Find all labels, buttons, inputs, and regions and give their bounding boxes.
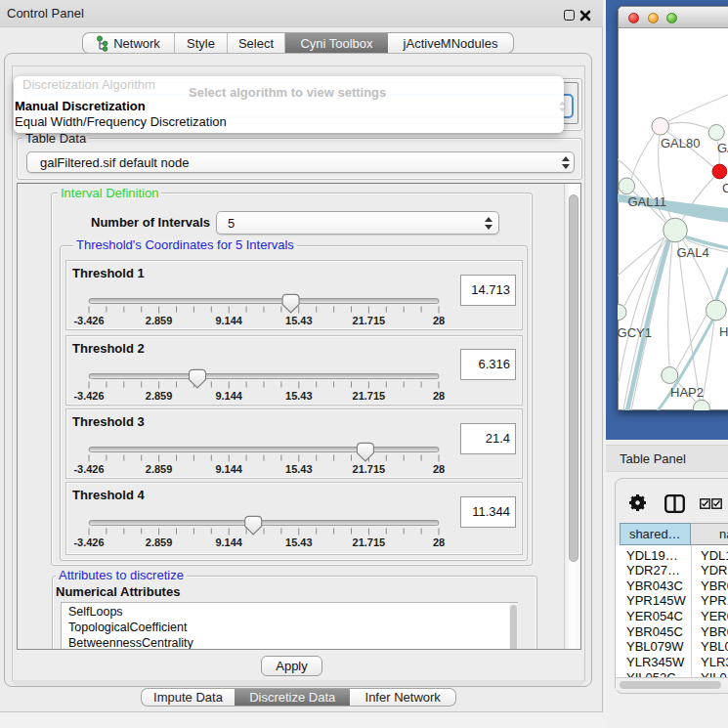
svg-text:-3.426: -3.426 <box>73 463 104 475</box>
svg-text:-3.426: -3.426 <box>73 536 104 548</box>
svg-text:GCY1: GCY1 <box>618 325 652 340</box>
svg-text:-3.426: -3.426 <box>73 389 104 401</box>
svg-text:15.43: 15.43 <box>285 536 313 548</box>
svg-text:2.859: 2.859 <box>146 536 173 548</box>
svg-text:2.859: 2.859 <box>146 463 173 475</box>
svg-text:9.144: 9.144 <box>215 463 242 475</box>
svg-text:21.715: 21.715 <box>353 315 386 326</box>
svg-text:9.144: 9.144 <box>215 315 242 326</box>
svg-text:GA: GA <box>717 141 728 155</box>
svg-text:GAL11: GAL11 <box>628 194 667 209</box>
svg-text:H: H <box>719 324 728 339</box>
svg-text:9.144: 9.144 <box>215 389 242 401</box>
svg-text:2.859: 2.859 <box>146 389 173 401</box>
svg-text:28: 28 <box>433 389 445 401</box>
svg-text:21.715: 21.715 <box>353 389 386 401</box>
svg-text:HAP2: HAP2 <box>670 385 704 400</box>
svg-text:2.859: 2.859 <box>146 315 173 326</box>
svg-text:21.715: 21.715 <box>353 463 386 475</box>
svg-text:GAL4: GAL4 <box>677 245 709 260</box>
svg-text:GAL80: GAL80 <box>661 136 700 150</box>
svg-text:28: 28 <box>433 536 445 548</box>
svg-text:15.43: 15.43 <box>285 463 313 475</box>
svg-text:21.715: 21.715 <box>353 536 386 548</box>
svg-text:28: 28 <box>433 315 445 326</box>
svg-text:9.144: 9.144 <box>215 536 242 548</box>
svg-text:15.43: 15.43 <box>285 315 313 326</box>
svg-text:28: 28 <box>433 463 445 475</box>
svg-text:15.43: 15.43 <box>285 389 313 401</box>
svg-text:C: C <box>722 181 728 195</box>
svg-text:-3.426: -3.426 <box>73 315 104 326</box>
